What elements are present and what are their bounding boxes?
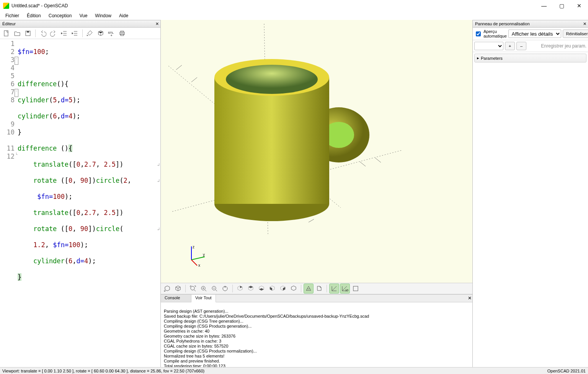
save-preset-placeholder[interactable]: Enregistrer jeu param.: [528, 43, 586, 49]
svg-text:»: »: [87, 34, 88, 37]
remove-preset-button[interactable]: –: [516, 42, 526, 50]
menu-bar: Fichier Édition Conception Vue Window Ai…: [0, 11, 588, 20]
vp-zoom-all-icon[interactable]: [188, 284, 198, 294]
unindent-icon[interactable]: [59, 28, 69, 38]
preset-select[interactable]: [474, 42, 503, 50]
wrap-icon: ↲: [157, 161, 160, 169]
svg-point-31: [191, 286, 194, 290]
close-window-button[interactable]: ✕: [570, 0, 588, 11]
render-icon[interactable]: [96, 28, 106, 38]
svg-line-38: [216, 290, 217, 291]
svg-rect-2: [27, 31, 29, 33]
svg-text:x: x: [198, 263, 200, 267]
editor-pane: Éditeur ✕ » STL 12 34 56 78: [0, 20, 161, 367]
editor-close-button[interactable]: ✕: [154, 21, 160, 26]
console-tab[interactable]: Console: [161, 295, 191, 302]
svg-text:»: »: [164, 289, 166, 292]
svg-line-32: [194, 290, 196, 291]
editor-toolbar: » STL: [0, 28, 160, 39]
menu-window[interactable]: Window: [91, 12, 115, 20]
svg-text:y: y: [203, 253, 205, 257]
3d-viewport[interactable]: z y x: [161, 20, 472, 283]
console-pane: Console Voir Tout ✕ Parsing design (AST …: [161, 294, 472, 367]
wrap-icon: ↲: [157, 177, 160, 185]
svg-point-23: [226, 65, 318, 94]
line-number-gutter: 12 34 56 78 910 11 12 - - └: [0, 39, 17, 367]
undo-icon[interactable]: [38, 28, 48, 38]
svg-rect-0: [4, 31, 8, 36]
vp-reset-view-icon[interactable]: [220, 284, 230, 294]
axis-gizmo: z y x: [184, 244, 207, 267]
vp-zoom-in-icon[interactable]: [199, 284, 209, 294]
vp-view-back-icon[interactable]: [289, 284, 299, 294]
menu-file[interactable]: Fichier: [2, 12, 23, 20]
vp-view-front-icon[interactable]: [278, 284, 288, 294]
maximize-button[interactable]: ▢: [553, 0, 570, 11]
vp-view-right-icon[interactable]: [235, 284, 245, 294]
parameters-label: Parameters: [481, 56, 503, 61]
vp-show-scale-icon[interactable]: 10: [340, 284, 350, 294]
svg-line-26: [191, 260, 197, 266]
vp-show-crosshair-icon[interactable]: [351, 284, 361, 294]
vp-view-left-icon[interactable]: [267, 284, 277, 294]
wrap-icon: ↲: [157, 225, 160, 233]
preview-icon[interactable]: »: [85, 28, 95, 38]
svg-rect-21: [214, 77, 329, 204]
status-bar: Viewport: translate = [ 0.00 1.10 2.50 ]…: [0, 367, 588, 374]
vp-show-axes-icon[interactable]: [329, 284, 339, 294]
chevron-right-icon: ▸: [477, 56, 479, 61]
svg-line-12: [191, 77, 197, 82]
model-preview: [161, 20, 406, 246]
svg-text:z: z: [193, 245, 194, 249]
vp-orthographic-icon[interactable]: [314, 284, 324, 294]
fold-end-icon: └: [15, 153, 18, 161]
vp-view-bottom-icon[interactable]: [256, 284, 266, 294]
fold-icon[interactable]: -: [15, 57, 18, 65]
svg-line-14: [360, 162, 366, 166]
version-label: OpenSCAD 2021.01: [547, 369, 586, 373]
code-content[interactable]: $fn=100; difference(){ cylinder(5,d=5); …: [17, 39, 160, 367]
menu-view[interactable]: Vue: [75, 12, 91, 20]
svg-line-25: [191, 257, 205, 260]
svg-line-11: [176, 65, 182, 70]
parameters-section[interactable]: ▸ Parameters: [474, 54, 586, 62]
svg-text:10: 10: [345, 289, 348, 292]
window-title: Untitled.scad* - OpenSCAD: [11, 3, 68, 8]
add-preset-button[interactable]: +: [505, 42, 515, 50]
vp-preview-icon[interactable]: »: [162, 284, 172, 294]
customizer-close-button[interactable]: ✕: [581, 21, 588, 26]
auto-preview-checkbox[interactable]: [476, 31, 481, 36]
title-bar: Untitled.scad* - OpenSCAD — ▢ ✕: [0, 0, 588, 11]
vp-perspective-icon[interactable]: [304, 284, 314, 294]
console-close-button[interactable]: ✕: [466, 295, 472, 302]
svg-line-15: [309, 219, 314, 222]
print-icon[interactable]: [117, 28, 127, 38]
menu-edit[interactable]: Édition: [23, 12, 45, 20]
new-file-icon[interactable]: [2, 28, 11, 38]
save-file-icon[interactable]: [23, 28, 33, 38]
menu-design[interactable]: Conception: [45, 12, 76, 20]
fold-icon[interactable]: -: [15, 89, 18, 97]
customizer-title-label: Panneau de personnalisation: [475, 21, 530, 26]
reset-button[interactable]: Réinitialiser: [563, 30, 588, 38]
vp-wireframe-icon[interactable]: [173, 284, 183, 294]
viewport-status: Viewport: translate = [ 0.00 1.10 2.50 ]…: [2, 369, 204, 373]
svg-text:STL: STL: [108, 31, 114, 34]
vp-view-top-icon[interactable]: [246, 284, 256, 294]
auto-preview-label: Aperçu automatique: [483, 29, 507, 38]
svg-rect-42: [353, 286, 358, 291]
export-stl-icon[interactable]: STL: [106, 28, 116, 38]
open-file-icon[interactable]: [12, 28, 22, 38]
editor-pane-title: Éditeur ✕: [0, 20, 160, 28]
vp-zoom-out-icon[interactable]: [209, 284, 219, 294]
menu-help[interactable]: Aide: [115, 12, 132, 20]
editor-title-label: Éditeur: [2, 21, 16, 26]
redo-icon[interactable]: [49, 28, 59, 38]
svg-line-13: [375, 158, 381, 162]
minimize-button[interactable]: —: [535, 0, 553, 11]
voir-tout-tab[interactable]: Voir Tout: [191, 295, 216, 302]
details-select[interactable]: Afficher les détails: [508, 30, 561, 38]
indent-icon[interactable]: [70, 28, 80, 38]
code-editor[interactable]: 12 34 56 78 910 11 12 - - └ $fn=100; dif…: [0, 39, 160, 367]
console-output[interactable]: Parsing design (AST generation)...Saved …: [161, 302, 472, 367]
